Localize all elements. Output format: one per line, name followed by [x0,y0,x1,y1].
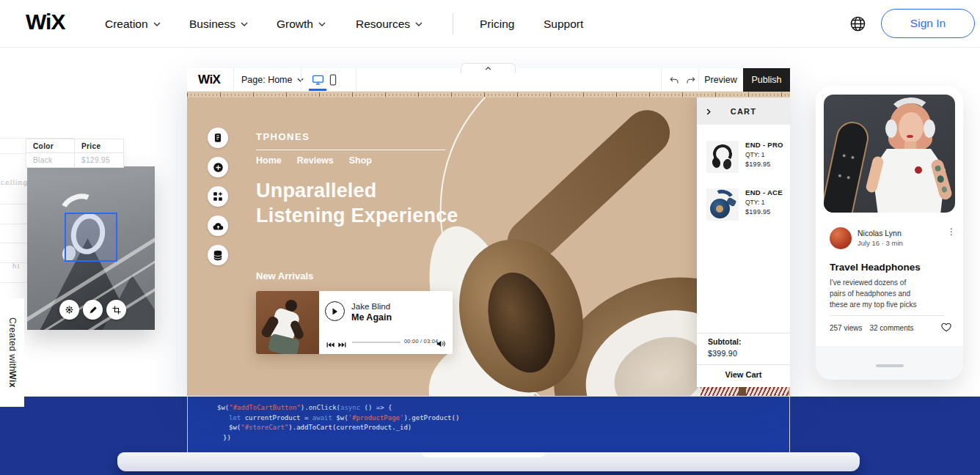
post-meta: July 16 · 3 min [858,239,903,247]
redo-button[interactable] [681,68,699,92]
headphone-cup [924,119,935,138]
kebab-menu-icon[interactable]: ⋮ [947,229,956,234]
chevron-down-icon [318,22,326,26]
desktop-icon [312,75,324,86]
editor-toolbar: WiX Page: Home Preview [187,68,790,92]
comments-count: 32 comments [869,324,913,332]
crop-button[interactable] [106,300,126,320]
nav-item-resources[interactable]: Resources [356,0,423,48]
editor-wix-logo: WiX [198,73,220,87]
database-icon [213,250,223,261]
pages-panel-button[interactable] [208,128,228,148]
volume-icon [436,340,445,347]
play-button[interactable] [325,301,345,321]
col-header-color: Color [26,139,75,152]
product-thumbnail [706,188,739,221]
grid-add-icon [213,191,223,202]
table-row: Black $129.95 [26,153,123,167]
created-with-text: Created with [7,317,18,372]
page-selector[interactable]: Page: Home [241,68,304,92]
skateboard [824,119,871,213]
cms-database-button[interactable] [208,245,228,265]
previous-track-button[interactable] [326,338,334,351]
site-logo: TPHONES [256,131,310,142]
preview-button[interactable]: Preview [698,68,743,92]
player-artist: Jake Blind [351,302,390,311]
cart-item[interactable]: END - ACEQTY: 1$199.95 [706,188,783,221]
heart-icon [941,323,951,332]
pencil-icon [89,306,98,314]
volume-button[interactable] [436,337,445,350]
cart-header: CART [697,97,790,125]
product-qty: QTY: 1 [745,151,783,158]
subtotal-value: $399.90 [708,349,737,358]
redo-icon [686,76,695,84]
nav-item-creation[interactable]: Creation [105,0,161,48]
add-section-button[interactable] [208,186,228,207]
chevron-down-icon [415,22,423,26]
code-line: $w("#addToCartButton").onClick(async () … [217,403,789,413]
next-track-button[interactable] [338,338,346,351]
sign-in-button[interactable]: Sign In [881,9,975,38]
nav-item-business[interactable]: Business [189,0,248,48]
gear-icon [65,305,74,314]
player-track: Me Again [351,312,392,323]
language-button[interactable] [849,15,866,32]
fabric-stripes [701,386,739,396]
globe-icon [849,15,866,32]
site-canvas: TPHONES HomeReviewsShop Unparalleled Lis… [187,97,790,396]
edit-button[interactable] [83,300,103,320]
selection-box[interactable] [65,213,117,262]
view-cart-button[interactable]: View Cart [697,370,790,379]
caret-up-icon [485,67,491,70]
code-line: let currentProduct = await $w('#productP… [217,413,789,424]
laptop-base [117,452,860,471]
code-line: $w("#storeCart").addToCart(currentProduc… [217,423,789,433]
cart-title: CART [697,107,790,116]
settings-button[interactable] [59,300,79,320]
post-stats: 257 views 32 comments [830,324,914,332]
previous-icon [326,342,334,348]
cart-panel: CART END - PROQTY: 1$199.95END - ACEQTY:… [697,97,790,387]
product-name: END - PRO [745,141,783,149]
phone-footer [816,346,963,380]
progress-bar[interactable] [352,342,401,343]
site-nav-link-reviews[interactable]: Reviews [297,155,334,166]
wix-homepage: celling ht Color Price Black $129.95 [0,0,980,475]
tshirt [872,149,946,213]
runner-photo [256,291,319,354]
media-upload-button[interactable] [208,216,228,236]
col-header-price: Price [75,139,123,152]
home-indicator[interactable] [876,364,904,367]
undo-icon [670,76,679,84]
editor-ruler [187,92,790,97]
add-element-button[interactable] [208,157,228,177]
created-with-wix-badge: Created with Wix [0,298,24,407]
phone-mockup: Nicolas Lynn July 16 · 3 min ⋮ Travel He… [816,86,963,380]
nav-item-pricing[interactable]: Pricing [480,0,514,48]
laptop-notch [422,452,545,457]
music-player-card: Jake Blind Me Again 00:00 / 03:04 [256,291,453,354]
code-line: }) [217,433,789,443]
site-nav-link-shop[interactable]: Shop [349,155,372,166]
table-fragment-text: celling [1,178,28,186]
nav-item-growth[interactable]: Growth [277,0,326,48]
site-headline: Unparalleled Listening Experience [256,178,458,228]
undo-button[interactable] [665,68,683,92]
headphone-cup [885,119,897,138]
nav-item-support[interactable]: Support [544,0,583,48]
player-time: 00:00 / 03:04 [404,338,438,345]
plus-circle-icon [213,162,224,173]
blog-cover-photo [824,95,955,213]
cart-item[interactable]: END - PROQTY: 1$199.95 [706,141,783,173]
like-button[interactable] [941,322,951,335]
color-price-table: Color Price Black $129.95 [26,139,124,168]
collapse-tab[interactable] [461,63,516,73]
product-name: END - ACE [745,188,783,196]
post-title: Travel Headphones [830,262,921,273]
publish-button[interactable]: Publish [743,68,790,92]
next-icon [338,342,346,348]
site-nav-link-home[interactable]: Home [256,155,282,166]
mobile-view-toggle[interactable] [323,68,343,92]
code-panel: $w("#addToCartButton").onClick(async () … [187,397,790,452]
